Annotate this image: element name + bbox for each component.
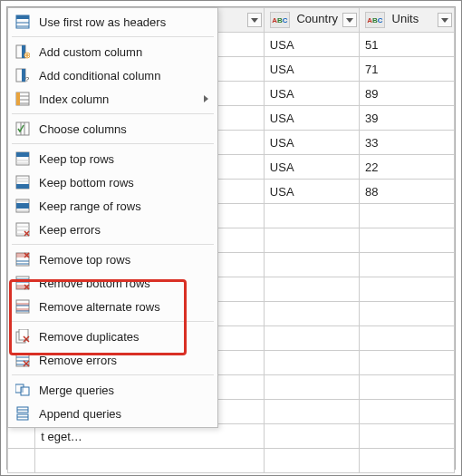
cell[interactable] (264, 204, 359, 228)
cell[interactable] (359, 228, 454, 253)
menu-choose-columns[interactable]: Choose columns (8, 117, 217, 141)
menu-add-custom-column[interactable]: Add custom column (8, 40, 217, 63)
cell[interactable] (35, 449, 265, 473)
remove-alternate-rows-icon (14, 297, 32, 316)
cell[interactable] (264, 326, 359, 351)
add-custom-column-icon (14, 43, 32, 61)
cell[interactable] (359, 277, 454, 302)
cell[interactable] (359, 302, 454, 326)
menu-keep-bottom-rows[interactable]: Keep bottom rows (8, 170, 217, 194)
caret-down-icon (346, 18, 353, 23)
menu-label: Add custom column (39, 45, 208, 59)
cell[interactable] (264, 253, 359, 277)
menu-index-column[interactable]: Index column (8, 87, 217, 111)
menu-use-first-row-headers[interactable]: Use first row as headers (8, 10, 217, 34)
menu-label: Remove duplicates (39, 330, 208, 344)
menu-label: Keep top rows (39, 152, 208, 166)
cell[interactable]: USA (264, 131, 359, 155)
menu-add-conditional-column[interactable]: ? Add conditional column (8, 63, 217, 87)
cell[interactable] (359, 204, 454, 228)
abc-type-icon: ABC (270, 12, 290, 28)
menu-separator (12, 244, 214, 245)
menu-label: Merge queries (39, 384, 208, 397)
remove-duplicates-icon (14, 327, 32, 345)
row-gutter (8, 449, 35, 473)
filter-button[interactable] (438, 13, 452, 27)
append-queries-icon (14, 404, 32, 423)
menu-label: Remove alternate rows (39, 300, 208, 314)
menu-label: Index column (39, 92, 204, 106)
cell[interactable]: 22 (359, 155, 454, 180)
cell[interactable]: 33 (359, 131, 454, 155)
svg-rect-6 (16, 15, 29, 19)
keep-errors-icon (14, 220, 32, 238)
cell[interactable] (359, 449, 454, 473)
caret-down-icon (441, 18, 448, 23)
svg-rect-18 (16, 92, 20, 105)
cell[interactable]: 71 (359, 57, 454, 82)
menu-remove-bottom-rows[interactable]: Remove bottom rows (8, 271, 217, 295)
cell[interactable]: 51 (359, 33, 454, 57)
cell[interactable] (264, 449, 359, 473)
menu-append-queries[interactable]: Append queries (8, 402, 217, 425)
cell[interactable]: USA (264, 155, 359, 180)
cell[interactable] (264, 277, 359, 302)
cell[interactable] (264, 400, 359, 424)
menu-separator (12, 113, 214, 114)
cell[interactable]: USA (264, 180, 359, 204)
menu-label: Keep range of rows (39, 199, 208, 213)
menu-separator (12, 36, 214, 37)
menu-label: Add conditional column (39, 69, 208, 83)
svg-rect-26 (16, 152, 29, 157)
cell[interactable]: USA (264, 82, 359, 106)
column-header-units[interactable]: ABC Units (359, 8, 454, 33)
filter-button[interactable] (247, 13, 262, 27)
cell[interactable]: USA (264, 33, 359, 57)
col-label: Units (392, 12, 419, 25)
remove-errors-icon (14, 351, 32, 369)
menu-keep-range-rows[interactable]: Keep range of rows (8, 194, 217, 218)
menu-separator (12, 321, 214, 322)
cell[interactable] (359, 375, 454, 400)
cell[interactable] (359, 400, 454, 424)
cell[interactable] (264, 424, 359, 449)
cell[interactable]: 89 (359, 82, 454, 106)
menu-remove-duplicates[interactable]: Remove duplicates (8, 325, 217, 348)
menu-remove-top-rows[interactable]: Remove top rows (8, 248, 217, 271)
col-label: Country (296, 12, 338, 25)
cell[interactable] (264, 228, 359, 253)
menu-merge-queries[interactable]: Merge queries (8, 378, 217, 402)
cell[interactable] (359, 351, 454, 375)
cell[interactable] (264, 302, 359, 326)
menu-remove-alternate-rows[interactable]: Remove alternate rows (8, 295, 217, 318)
cell[interactable] (359, 253, 454, 277)
add-conditional-column-icon: ? (14, 66, 32, 84)
menu-label: Keep bottom rows (39, 176, 208, 189)
svg-text:?: ? (25, 75, 30, 83)
table-context-menu: Use first row as headers Add custom colu… (7, 7, 218, 428)
choose-columns-icon (14, 120, 32, 138)
menu-separator (12, 374, 214, 375)
cell[interactable]: 88 (359, 180, 454, 204)
svg-rect-34 (16, 203, 29, 209)
menu-label: Append queries (39, 407, 208, 421)
keep-range-rows-icon (14, 197, 32, 215)
cell[interactable]: USA (264, 57, 359, 82)
cell[interactable] (359, 424, 454, 449)
cell[interactable] (359, 326, 454, 351)
cell[interactable] (264, 375, 359, 400)
cell[interactable]: USA (264, 106, 359, 131)
table-row[interactable] (8, 449, 455, 473)
use-first-row-icon (14, 13, 32, 31)
menu-remove-errors[interactable]: Remove errors (8, 348, 217, 372)
remove-top-rows-icon (14, 250, 32, 268)
cell[interactable]: 39 (359, 106, 454, 131)
column-header-country[interactable]: ABC Country (264, 8, 359, 33)
menu-keep-top-rows[interactable]: Keep top rows (8, 147, 217, 170)
menu-label: Remove bottom rows (39, 277, 208, 290)
filter-button[interactable] (342, 13, 357, 27)
menu-keep-errors[interactable]: Keep errors (8, 218, 217, 241)
cell[interactable] (264, 351, 359, 375)
keep-bottom-rows-icon (14, 173, 32, 191)
menu-label: Keep errors (39, 223, 208, 237)
